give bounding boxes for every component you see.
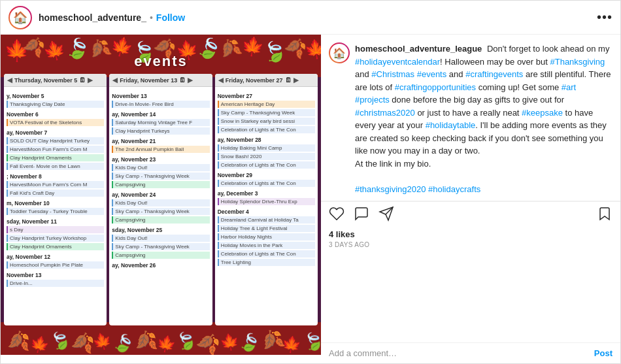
cal-event: Fall Event- Movie on the Lawn bbox=[7, 163, 104, 170]
action-icons-row bbox=[329, 206, 613, 225]
cal-event: VOTA Festival of the Skeletons bbox=[7, 119, 104, 126]
cal-event: HarvestMoon Fun Farm's Corn M bbox=[7, 181, 104, 188]
cal-date: ay, December 3 bbox=[218, 190, 315, 197]
cal-event: Celebration of Lights at The Con bbox=[218, 250, 315, 257]
cal-date: November 13 bbox=[7, 272, 104, 278]
cal-event: Holiday Baking Mini Camp bbox=[218, 144, 315, 152]
cal-event: Holiday Tree & Light Festival bbox=[218, 225, 315, 232]
cal-date: y, November 5 bbox=[7, 93, 104, 99]
likes-count: 4 likes bbox=[329, 229, 613, 239]
cal-event: Tree Lighting bbox=[218, 259, 315, 266]
calendar-column-2: ◀ Friday, November 13 🗓 ▶ November 13 Dr… bbox=[109, 74, 212, 325]
cal-event: Holiday Movies in the Park bbox=[218, 242, 315, 249]
cal-event: Saturday Morning Vintage Tree F bbox=[112, 119, 209, 126]
follow-button[interactable]: Follow bbox=[156, 12, 185, 23]
cal-event: American Heritage Day bbox=[218, 101, 315, 108]
cal-body-1: y, November 5 Thanksgiving Clay Date Nov… bbox=[4, 87, 107, 291]
cal-event: Sky Camp - Thanksgiving Week bbox=[112, 243, 209, 250]
cal-header-text-3: Friday, November 27 bbox=[226, 77, 283, 84]
cal-event: Holiday Splendor Drive-Thru Exp bbox=[218, 198, 315, 205]
cal-date: ; November 8 bbox=[7, 173, 104, 180]
cal-body-3: November 27 American Heritage Day Sky Ca… bbox=[215, 87, 318, 270]
cal-event: Celebration of Lights at The Con bbox=[218, 180, 315, 187]
cal-event: Dreamland Carnival at Holiday Ta bbox=[218, 216, 315, 223]
cal-date: ay, November 14 bbox=[112, 111, 209, 118]
post-right-panel: 🏠 homeschool_adventure_league Don't forg… bbox=[321, 35, 620, 363]
cal-date: ay, November 21 bbox=[112, 138, 209, 144]
right-user-header: 🏠 homeschool_adventure_league Don't forg… bbox=[321, 35, 620, 201]
more-options-button[interactable]: ••• bbox=[597, 10, 613, 25]
cal-event: Kids Day Out! bbox=[112, 199, 209, 207]
cal-event: Kids Day Out! bbox=[112, 235, 209, 242]
cal-header-text-2: Friday, November 13 bbox=[120, 77, 177, 84]
like-button[interactable] bbox=[329, 206, 344, 225]
caption-username[interactable]: homeschool_adventure_league bbox=[355, 44, 482, 54]
instagram-post: 🏠 homeschool_adventure_ • Follow ••• 🍁 🍂… bbox=[0, 0, 621, 364]
cal-date: ay, November 24 bbox=[112, 191, 209, 198]
hashtag-keepsake[interactable]: #keepsake bbox=[522, 108, 563, 118]
cal-header-text-1: Thursday, November 5 bbox=[14, 77, 77, 84]
header-avatar[interactable]: 🏠 bbox=[8, 6, 32, 29]
hashtag-christmas[interactable]: #Christmas bbox=[371, 69, 414, 79]
cal-date: November 13 bbox=[112, 93, 209, 99]
cal-arrow-left-3: ◀ bbox=[218, 76, 224, 84]
cal-event: Toddler Tuesday - Turkey Trouble bbox=[7, 208, 104, 215]
cal-event: s Day bbox=[7, 226, 104, 233]
cal-date: sday, November 25 bbox=[112, 227, 209, 233]
comment-button[interactable] bbox=[354, 206, 369, 225]
calendar-column-3: ◀ Friday, November 27 🗓 ▶ November 27 Am… bbox=[215, 74, 318, 325]
hashtag-holidaytable[interactable]: #holidaytable bbox=[426, 120, 476, 130]
hashtag-craftingevents[interactable]: #craftingevents bbox=[465, 69, 523, 79]
calendar-grid: ◀ Thursday, November 5 🗓 ▶ y, November 5… bbox=[4, 74, 318, 325]
cal-date: ay, November 26 bbox=[112, 262, 209, 269]
calendar-column-1: ◀ Thursday, November 5 🗓 ▶ y, November 5… bbox=[4, 74, 107, 325]
cal-event: Kids Day Out! bbox=[112, 164, 209, 171]
hashtag-holidayeventcalendar[interactable]: #holidayeventcalendar bbox=[355, 57, 440, 67]
post-actions: 4 likes 3 days ago bbox=[321, 201, 620, 252]
cal-event: Campsgiving bbox=[112, 216, 209, 223]
hashtag-events[interactable]: #events bbox=[417, 69, 447, 79]
header-dot: • bbox=[150, 12, 153, 23]
cal-date: m, November 10 bbox=[7, 200, 104, 207]
cal-event: Snow Bash! 2020 bbox=[218, 153, 315, 160]
post-main: 🍁 🍂 🍁 🍃 🍂 🍁 🍃 🍂 🍁 🍃 🍂 🍁 🍃 🍂 🍁 🍂 bbox=[1, 35, 620, 363]
cal-arrow-left-2: ◀ bbox=[112, 76, 118, 84]
hashtag-thanksgiving2020[interactable]: #thanksgiving2020 #holidaycrafts bbox=[355, 184, 480, 194]
cal-event: SOLD OUT Clay Handprint Turkey bbox=[7, 137, 104, 144]
cal-date: November 29 bbox=[218, 172, 315, 178]
cal-arrow-right-1: ▶ bbox=[88, 76, 93, 84]
cal-event: Homeschool Pumpkin Pie Plate bbox=[7, 261, 104, 269]
share-button[interactable] bbox=[378, 206, 394, 225]
header-username[interactable]: homeschool_adventure_ bbox=[39, 12, 146, 23]
hashtag-christmas2020[interactable]: #christmas2020 bbox=[355, 108, 415, 118]
cal-date: sday, November 11 bbox=[7, 218, 104, 225]
cal-date: November 6 bbox=[7, 111, 104, 118]
cal-event: Sky Camp - Thanksgiving Week bbox=[218, 109, 315, 116]
hashtag-art[interactable]: #art bbox=[562, 82, 576, 92]
image-title: events bbox=[1, 53, 321, 70]
cal-arrow-left-1: ◀ bbox=[7, 76, 12, 84]
cal-event: Celebration of Lights at The Con bbox=[218, 126, 315, 133]
comment-input[interactable] bbox=[329, 348, 594, 358]
cal-event: Harbor Holiday Nights bbox=[218, 233, 315, 240]
cal-header-3: ◀ Friday, November 27 🗓 ▶ bbox=[215, 74, 318, 87]
cal-event: Sky Camp - Thanksgiving Week bbox=[112, 173, 209, 180]
hashtag-craftingopportunities[interactable]: #craftingopportunities bbox=[395, 82, 476, 92]
cal-icon-1: 🗓 bbox=[79, 76, 86, 84]
cal-date: ay, November 12 bbox=[7, 254, 104, 260]
cal-event: HarvestMoon Fun Farm's Corn M bbox=[7, 146, 104, 153]
cal-event: Fall Kid's Craft Day bbox=[7, 190, 104, 197]
cal-event: Drive-In... bbox=[7, 280, 104, 287]
hashtag-thanksgiving[interactable]: #Thanksgiving bbox=[550, 57, 605, 67]
time-ago: 3 days ago bbox=[329, 241, 613, 248]
cal-event: Sky Camp - Thanksgiving Week bbox=[112, 208, 209, 215]
caption-avatar[interactable]: 🏠 bbox=[329, 42, 350, 63]
cal-event: Snow in Starkey early bird sessi bbox=[218, 118, 315, 125]
bookmark-button[interactable] bbox=[597, 206, 613, 225]
hashtag-projects[interactable]: #projects bbox=[355, 95, 390, 105]
add-comment-row: Post bbox=[321, 342, 620, 363]
cal-icon-3: 🗓 bbox=[285, 76, 292, 84]
post-comment-button[interactable]: Post bbox=[594, 348, 613, 358]
cal-header-1: ◀ Thursday, November 5 🗓 ▶ bbox=[4, 74, 107, 87]
cal-date: ay, November 23 bbox=[112, 156, 209, 163]
